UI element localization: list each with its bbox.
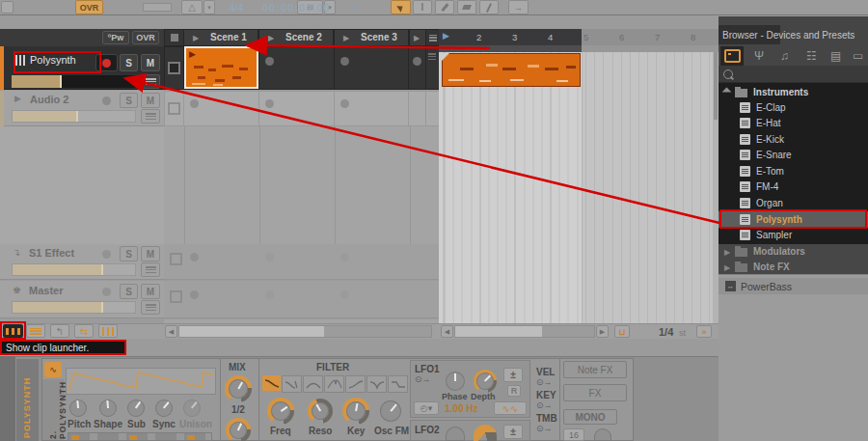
volume-fader-polysynth[interactable] — [12, 75, 136, 88]
clip-slot-audio2-scene1[interactable] — [184, 92, 258, 125]
clip-slot-polysynth-scene3[interactable] — [335, 47, 408, 89]
slot-stop-dot[interactable] — [340, 253, 349, 262]
filter-type-lowpass[interactable] — [262, 375, 281, 391]
sync-knob[interactable] — [155, 400, 173, 417]
scroll-thumb[interactable] — [179, 326, 324, 337]
scroll-thumb[interactable] — [455, 326, 542, 337]
automation-write-button[interactable]: ºPw — [102, 31, 129, 44]
stop-clip-polysynth[interactable] — [165, 47, 183, 89]
launcher-scroll-track[interactable] — [178, 325, 432, 338]
tree-item-eclap[interactable]: E-Clap — [719, 100, 868, 116]
time-signature[interactable]: 4/4 — [229, 2, 243, 14]
reso-knob[interactable] — [312, 402, 329, 420]
lfo2-phase-knob[interactable] — [446, 427, 465, 441]
browser-search-field[interactable] — [719, 66, 868, 83]
track-row-polysynth[interactable]: Polysynth S M — [0, 46, 164, 90]
mute-button-master[interactable]: M — [141, 284, 160, 299]
sub-knob[interactable] — [127, 400, 145, 417]
osc-waveform-display[interactable] — [66, 368, 216, 395]
lfo2-bipolar-button[interactable]: ± — [503, 425, 523, 439]
timecode-display[interactable]: 00:00:00.00 — [262, 2, 330, 14]
slot-stop-dot[interactable] — [265, 290, 274, 299]
launcher-clip[interactable]: ▶ — [186, 48, 257, 87]
pencil-tool-button[interactable] — [435, 0, 454, 14]
mix-knob2[interactable] — [230, 422, 247, 439]
clip-slot-polysynth-scene1[interactable]: ▶ — [184, 47, 258, 89]
arranger-clip[interactable] — [442, 53, 581, 87]
arranger-ruler-dim[interactable] — [582, 29, 719, 45]
slot-stop-dot[interactable] — [190, 290, 199, 299]
presets-icon[interactable]: Ψ — [754, 49, 764, 63]
solo-button-polysynth[interactable]: S — [120, 54, 138, 71]
lfo1-phase-knob[interactable] — [446, 372, 465, 391]
collapsed-triangle-icon[interactable]: ▶ — [724, 263, 730, 272]
grid-unit[interactable]: st — [679, 328, 686, 338]
arranger-scroll-right[interactable]: ▶ — [596, 325, 609, 338]
clip-slot-audio2-scene4[interactable] — [409, 92, 425, 125]
voices-button[interactable]: 16 — [563, 428, 584, 441]
tree-item-etom[interactable]: E-Tom — [719, 164, 868, 179]
track-name-audio2[interactable]: Audio 2 — [30, 94, 68, 105]
clip-slot-polysynth-scene2[interactable] — [259, 47, 334, 89]
oscfm-knob[interactable] — [380, 400, 401, 422]
lfo1-rate-value[interactable]: 1.00 Hz — [445, 403, 477, 414]
solo-button-s1effect[interactable]: S — [120, 246, 138, 262]
tree-item-esnare[interactable]: E-Snare — [719, 148, 868, 163]
slot-stop-dot[interactable] — [190, 253, 199, 262]
lfo1-depth-knob[interactable] — [476, 372, 494, 390]
scene-1-launch[interactable]: ▶Scene 1 — [184, 30, 258, 45]
track-name-s1effect[interactable]: S1 Effect — [29, 247, 74, 259]
pointer-tool-button[interactable] — [391, 0, 411, 14]
vel-mod-route-icon[interactable]: ⊙→ — [536, 377, 553, 387]
metronome-button[interactable]: △ — [181, 0, 203, 14]
fx-slot-button[interactable]: FX — [563, 384, 627, 401]
arranger-scroll-left[interactable]: ◀ — [441, 325, 453, 338]
sources-icon[interactable]: ▭ — [853, 49, 863, 63]
solo-button-audio2[interactable]: S — [120, 93, 138, 108]
track-menu-button-audio2[interactable] — [141, 109, 160, 124]
cycle-toggle-button[interactable]: ⇆ — [74, 324, 94, 338]
mixer-toggle-button[interactable] — [98, 324, 118, 338]
scene-3-launch[interactable]: ▶Scene 3 — [335, 30, 408, 45]
device-name-strip[interactable]: 2. POLYSYNTH — [42, 379, 64, 440]
scroll-thumb[interactable] — [714, 52, 718, 120]
mute-button-polysynth[interactable]: M — [141, 54, 160, 71]
snap-magnet-button[interactable]: ⊔ — [614, 325, 630, 338]
freq-knob[interactable] — [271, 401, 290, 421]
track-row-s1effect[interactable]: ↴ S1 Effect S M — [0, 244, 164, 280]
record-arm-s1effect[interactable] — [102, 250, 111, 259]
mute-button-s1effect[interactable]: M — [141, 246, 160, 262]
filter-type-lowpass24[interactable] — [282, 375, 302, 393]
arranger-grid-right[interactable] — [582, 52, 719, 323]
track-menu-button-master[interactable] — [141, 300, 160, 315]
stop-clip-audio2[interactable] — [165, 92, 183, 125]
stop-icon[interactable] — [170, 290, 182, 303]
record-arm-audio2[interactable] — [102, 96, 111, 105]
tmb-mod-route-icon[interactable]: ⊙→ — [536, 424, 553, 433]
files-icon[interactable]: ▤ — [830, 49, 841, 63]
back-arrow-toggle-button[interactable]: ↰ — [50, 324, 69, 338]
unison-knob[interactable] — [183, 400, 201, 417]
arranger-grid-left[interactable] — [439, 52, 582, 323]
clip-launcher-toggle-button[interactable] — [3, 324, 23, 338]
mute-button-audio2[interactable]: M — [141, 93, 160, 108]
track-menu-button-polysynth[interactable] — [141, 74, 160, 89]
track-row-master[interactable]: ♚ Master S M — [0, 281, 164, 318]
filter-type-highpass[interactable] — [345, 375, 366, 393]
arranger-ruler-dark[interactable] — [439, 29, 582, 45]
tree-item-sampler[interactable]: Sampler — [719, 228, 868, 243]
arranger-toggle-button[interactable] — [26, 324, 45, 338]
track-name-polysynth[interactable]: Polysynth — [30, 54, 76, 66]
key-mod-route-icon[interactable]: ⊙→ — [536, 400, 553, 410]
grid-value[interactable]: 1/4 — [659, 326, 673, 338]
scene-4-launch-partial[interactable]: ▶ — [410, 30, 425, 45]
pitch-knob[interactable] — [69, 400, 87, 417]
tree-item-fm4[interactable]: FM-4 — [719, 179, 868, 195]
tree-item-organ[interactable]: Organ — [719, 196, 868, 211]
track-menu-button-s1effect[interactable] — [141, 262, 160, 277]
clip-slot-audio2-scene2[interactable] — [259, 92, 334, 125]
launcher-scroll-left[interactable]: ◀ — [165, 325, 177, 338]
play-start-marker[interactable]: ▶ — [443, 31, 449, 41]
clip-slot-polysynth-scene4[interactable] — [409, 47, 425, 89]
volume-fader-audio2[interactable] — [12, 110, 136, 123]
